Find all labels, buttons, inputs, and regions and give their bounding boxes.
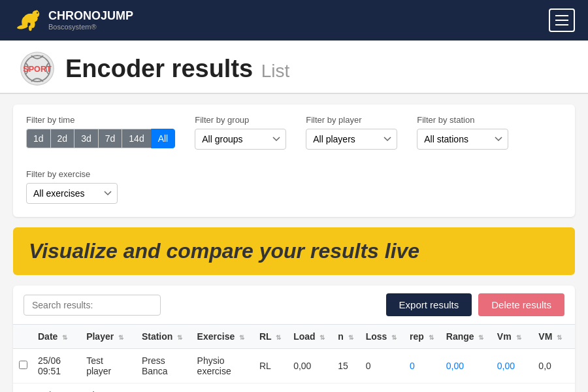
cell-vmx-0: 0,0 (533, 349, 575, 384)
cell-player-0: Testplayer (81, 349, 137, 384)
sort-icon-rl: ⇅ (276, 334, 281, 341)
time-btn-1d[interactable]: 1d (26, 129, 50, 148)
col-header-load[interactable]: Load ⇅ (288, 325, 333, 349)
time-btn-2d[interactable]: 2d (50, 129, 74, 148)
time-btn-7d[interactable]: 7d (98, 129, 122, 148)
time-btn-3d[interactable]: 3d (74, 129, 98, 148)
results-toolbar: Export results Delete results (13, 286, 575, 324)
col-header-vm[interactable]: Vm ⇅ (492, 325, 534, 349)
page-subtitle: List (261, 61, 290, 81)
time-btn-14d[interactable]: 14d (122, 129, 150, 148)
table-row: 25/0609:51 Testplayer PressBanca Physioe… (13, 349, 575, 384)
sort-icon-player: ⇅ (118, 334, 123, 341)
col-header-rl[interactable]: RL ⇅ (254, 325, 288, 349)
filter-group-select[interactable]: All groups (195, 129, 286, 150)
filter-player-select[interactable]: All players (306, 129, 397, 150)
filter-section: Filter by time 1d 2d 3d 7d 14d All Filte… (13, 105, 575, 217)
cell-loss-1: 0 (361, 384, 404, 393)
cell-load-1: 25,00 (288, 384, 333, 393)
cell-station-0: PressBanca (137, 349, 192, 384)
cell-station-1: PressBanca (137, 384, 192, 393)
sort-icon-exercise: ⇅ (239, 334, 244, 341)
filter-player-group: Filter by player All players (306, 115, 397, 150)
time-btn-all[interactable]: All (151, 129, 176, 148)
cell-player-1: Player1 (81, 384, 137, 393)
col-header-player[interactable]: Player ⇅ (81, 325, 137, 349)
cell-n-1: 15 (333, 384, 360, 393)
col-header-station[interactable]: Station ⇅ (137, 325, 192, 349)
col-header-range[interactable]: Range ⇅ (441, 325, 492, 349)
filter-time-label: Filter by time (26, 115, 175, 125)
col-header-checkbox (13, 325, 33, 349)
svg-point-6 (29, 25, 32, 31)
filter-exercise-label: Filter by exercise (26, 169, 118, 179)
time-buttons: 1d 2d 3d 7d 14d All (26, 129, 175, 148)
main-content: Filter by time 1d 2d 3d 7d 14d All Filte… (0, 94, 588, 392)
sort-icon-range: ⇅ (478, 334, 483, 341)
cell-range-1: 0,00 (441, 384, 492, 393)
sort-icon-rep: ⇅ (429, 334, 434, 341)
hamburger-button[interactable] (549, 8, 575, 32)
filter-station-label: Filter by station (417, 115, 508, 125)
sort-icon-date: ⇅ (62, 334, 67, 341)
table-header-row: Date ⇅ Player ⇅ Station ⇅ Exercise ⇅ RL … (13, 325, 575, 349)
table-body: 25/0609:51 Testplayer PressBanca Physioe… (13, 349, 575, 393)
results-table: Date ⇅ Player ⇅ Station ⇅ Exercise ⇅ RL … (13, 324, 575, 392)
cell-rep-1: 0 (404, 384, 441, 393)
header: CHRONOJUMP Boscosystem® (0, 0, 588, 41)
toolbar-buttons: Export results Delete results (386, 293, 564, 316)
promo-text: Visualize and compare your results live (29, 239, 559, 263)
col-header-exercise[interactable]: Exercise ⇅ (192, 325, 254, 349)
checkbox-0[interactable] (19, 361, 27, 369)
cell-rl-1: RL (254, 384, 288, 393)
row-checkbox-1[interactable] (13, 384, 33, 393)
page-title-area: SPORT Encoder results List (0, 41, 588, 93)
table-row: 20/0509:51 Player1 PressBanca Press1 RL … (13, 384, 575, 393)
cell-vm-1: 0,00 (492, 384, 534, 393)
sort-icon-loss: ⇅ (391, 334, 397, 341)
cell-date-1: 20/0509:51 (33, 384, 81, 393)
svg-text:SPORT: SPORT (23, 65, 52, 74)
filter-time-group: Filter by time 1d 2d 3d 7d 14d All (26, 115, 175, 148)
col-header-loss[interactable]: Loss ⇅ (361, 325, 404, 349)
promo-banner: Visualize and compare your results live (13, 227, 575, 275)
sort-icon-station: ⇅ (177, 334, 182, 341)
cell-load-0: 0,00 (288, 349, 333, 384)
sort-icon-vm: ⇅ (516, 334, 521, 341)
logo-name: CHRONOJUMP (48, 10, 133, 23)
cell-rep-0: 0 (404, 349, 441, 384)
hamburger-line-2 (555, 20, 568, 21)
delete-button[interactable]: Delete results (478, 293, 564, 316)
row-checkbox-0[interactable] (13, 349, 33, 384)
logo-area: CHRONOJUMP Boscosystem® (13, 7, 133, 34)
filter-group-label: Filter by group (195, 115, 286, 125)
cell-range-0: 0,00 (441, 349, 492, 384)
filter-group-group: Filter by group All groups (195, 115, 286, 150)
cell-exercise-1: Press1 (192, 384, 254, 393)
col-header-vmx[interactable]: VM ⇅ (533, 325, 575, 349)
col-header-n[interactable]: n ⇅ (333, 325, 360, 349)
cell-date-0: 25/0609:51 (33, 349, 81, 384)
logo-sub: Boscosystem® (48, 23, 133, 31)
sport-icon: SPORT (20, 51, 55, 86)
page-title: Encoder results (65, 55, 253, 82)
sort-icon-n: ⇅ (348, 334, 353, 341)
filter-station-select[interactable]: All stations (417, 129, 508, 150)
col-header-date[interactable]: Date ⇅ (33, 325, 81, 349)
hamburger-line-3 (555, 24, 568, 25)
sort-icon-vmx: ⇅ (557, 334, 562, 341)
cell-n-0: 15 (333, 349, 360, 384)
cell-rl-0: RL (254, 349, 288, 384)
kangaroo-icon (13, 7, 44, 34)
sort-icon-load: ⇅ (319, 334, 325, 341)
col-header-rep[interactable]: rep ⇅ (404, 325, 441, 349)
filter-station-group: Filter by station All stations (417, 115, 508, 150)
export-button[interactable]: Export results (386, 293, 472, 316)
svg-point-7 (37, 12, 38, 13)
hamburger-line-1 (555, 15, 568, 16)
filters-row: Filter by time 1d 2d 3d 7d 14d All Filte… (26, 115, 562, 204)
filter-exercise-select[interactable]: All exercises (26, 183, 118, 204)
filter-exercise-group: Filter by exercise All exercises (26, 169, 118, 204)
cell-loss-0: 0 (361, 349, 404, 384)
search-input[interactable] (24, 295, 161, 316)
